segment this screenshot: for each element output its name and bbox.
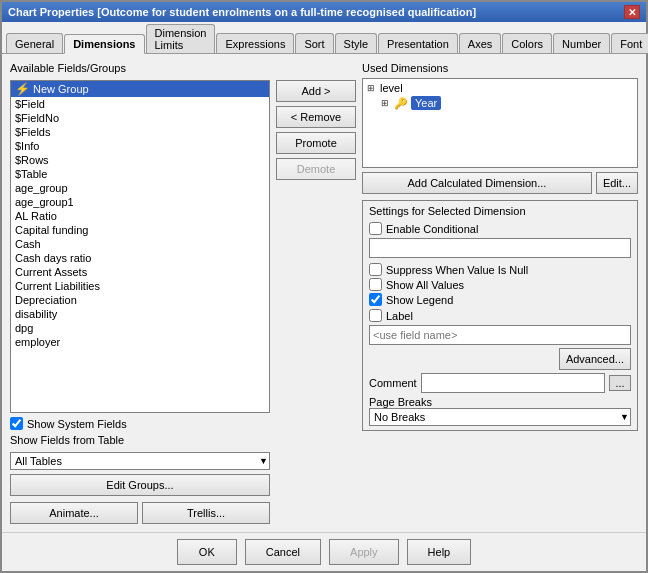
key-icon: 🔑: [394, 97, 408, 110]
show-all-values-label: Show All Values: [386, 279, 464, 291]
list-item[interactable]: Depreciation: [11, 293, 269, 307]
add-calculated-dimension-button[interactable]: Add Calculated Dimension...: [362, 172, 592, 194]
list-item[interactable]: Cash: [11, 237, 269, 251]
tab-presentation[interactable]: Presentation: [378, 33, 458, 53]
list-item[interactable]: age_group: [11, 181, 269, 195]
settings-title: Settings for Selected Dimension: [369, 205, 631, 217]
label-checkbox[interactable]: [369, 309, 382, 322]
available-fields-list[interactable]: ⚡ New Group $Field $FieldNo $Fields $Inf…: [10, 80, 270, 413]
tab-dimension-limits[interactable]: Dimension Limits: [146, 24, 216, 53]
label-row: Label: [369, 309, 631, 322]
close-button[interactable]: ✕: [624, 5, 640, 19]
footer-bar: OK Cancel Apply Help: [2, 532, 646, 571]
main-window: Chart Properties [Outcome for student en…: [0, 0, 648, 573]
show-all-values-checkbox[interactable]: [369, 278, 382, 291]
edit-groups-row: Edit Groups...: [10, 474, 270, 496]
comment-label: Comment: [369, 377, 417, 389]
title-bar: Chart Properties [Outcome for student en…: [2, 2, 646, 22]
promote-button[interactable]: Promote: [276, 132, 356, 154]
comment-input[interactable]: [421, 373, 605, 393]
page-breaks-section: Page Breaks No Breaks Before Dimension A…: [369, 396, 631, 426]
checkbox-group: Suppress When Value Is Null Show All Val…: [369, 263, 631, 306]
list-item[interactable]: $Fields: [11, 125, 269, 139]
dim-item-year[interactable]: ⊞ 🔑 Year: [365, 95, 635, 111]
show-system-fields-row: Show System Fields: [10, 417, 270, 430]
tab-style[interactable]: Style: [335, 33, 377, 53]
comment-button[interactable]: ...: [609, 375, 631, 391]
tab-colors[interactable]: Colors: [502, 33, 552, 53]
tab-number[interactable]: Number: [553, 33, 610, 53]
tab-expressions[interactable]: Expressions: [216, 33, 294, 53]
conditional-input[interactable]: [369, 238, 631, 258]
right-top: Used Dimensions: [362, 62, 638, 74]
dimensions-tree: ⊞ level ⊞ 🔑 Year: [362, 78, 638, 168]
page-breaks-dropdown-container: No Breaks Before Dimension After Dimensi…: [369, 408, 631, 426]
show-system-fields-label: Show System Fields: [27, 418, 127, 430]
show-fields-dropdown-container: All Tables ▼: [10, 452, 270, 470]
show-legend-row: Show Legend: [369, 293, 631, 306]
list-item[interactable]: employer: [11, 335, 269, 349]
settings-group: Settings for Selected Dimension Enable C…: [362, 200, 638, 431]
list-item-new-group[interactable]: ⚡ New Group: [11, 81, 269, 97]
tab-sort[interactable]: Sort: [295, 33, 333, 53]
enable-conditional-label: Enable Conditional: [386, 223, 478, 235]
enable-conditional-row: Enable Conditional: [369, 222, 631, 235]
comment-row: Comment ...: [369, 373, 631, 393]
show-fields-from-section: Show Fields from Table All Tables ▼: [10, 434, 270, 470]
list-item[interactable]: disability: [11, 307, 269, 321]
list-item[interactable]: Cash days ratio: [11, 251, 269, 265]
list-item[interactable]: Current Assets: [11, 265, 269, 279]
list-item[interactable]: AL Ratio: [11, 209, 269, 223]
window-title: Chart Properties [Outcome for student en…: [8, 6, 476, 18]
list-item[interactable]: age_group1: [11, 195, 269, 209]
tab-general[interactable]: General: [6, 33, 63, 53]
suppress-null-checkbox[interactable]: [369, 263, 382, 276]
demote-button[interactable]: Demote: [276, 158, 356, 180]
show-fields-dropdown[interactable]: All Tables: [10, 452, 270, 470]
animate-button[interactable]: Animate...: [10, 502, 138, 524]
list-item[interactable]: Current Liabilities: [11, 279, 269, 293]
dim-item-level[interactable]: ⊞ level: [365, 81, 635, 95]
enable-conditional-checkbox[interactable]: [369, 222, 382, 235]
apply-button[interactable]: Apply: [329, 539, 399, 565]
tab-dimensions[interactable]: Dimensions: [64, 34, 144, 54]
show-legend-checkbox[interactable]: [369, 293, 382, 306]
suppress-null-row: Suppress When Value Is Null: [369, 263, 631, 276]
suppress-null-label: Suppress When Value Is Null: [386, 264, 528, 276]
middle-panel: Add > < Remove Promote Demote: [276, 62, 356, 524]
page-breaks-label: Page Breaks: [369, 396, 631, 408]
tab-axes[interactable]: Axes: [459, 33, 501, 53]
list-item[interactable]: $FieldNo: [11, 111, 269, 125]
show-system-fields-checkbox[interactable]: [10, 417, 23, 430]
dim-buttons-row: Add Calculated Dimension... Edit...: [362, 172, 638, 194]
bottom-left-buttons: Animate... Trellis...: [10, 502, 270, 524]
label-field-label: Label: [386, 310, 413, 322]
cancel-button[interactable]: Cancel: [245, 539, 321, 565]
available-fields-label: Available Fields/Groups: [10, 62, 270, 74]
edit-dimension-button[interactable]: Edit...: [596, 172, 638, 194]
list-item[interactable]: $Rows: [11, 153, 269, 167]
remove-button[interactable]: < Remove: [276, 106, 356, 128]
ok-button[interactable]: OK: [177, 539, 237, 565]
list-item[interactable]: $Table: [11, 167, 269, 181]
add-button[interactable]: Add >: [276, 80, 356, 102]
right-panel: Used Dimensions ⊞ level ⊞ 🔑 Year Add Cal…: [362, 62, 638, 524]
left-panel: Available Fields/Groups ⚡ New Group $Fie…: [10, 62, 270, 524]
advanced-row: Advanced...: [369, 348, 631, 370]
expand-icon: ⊞: [381, 98, 391, 108]
page-breaks-dropdown[interactable]: No Breaks Before Dimension After Dimensi…: [369, 408, 631, 426]
list-item[interactable]: $Field: [11, 97, 269, 111]
list-item[interactable]: Capital funding: [11, 223, 269, 237]
show-fields-from-label: Show Fields from Table: [10, 434, 270, 446]
help-button[interactable]: Help: [407, 539, 472, 565]
tab-font[interactable]: Font: [611, 33, 648, 53]
label-input[interactable]: [369, 325, 631, 345]
year-label: Year: [411, 96, 441, 110]
list-item[interactable]: dpg: [11, 321, 269, 335]
advanced-button[interactable]: Advanced...: [559, 348, 631, 370]
edit-groups-button[interactable]: Edit Groups...: [10, 474, 270, 496]
list-item[interactable]: $Info: [11, 139, 269, 153]
expand-icon: ⊞: [367, 83, 377, 93]
trellis-button[interactable]: Trellis...: [142, 502, 270, 524]
lightning-icon: ⚡: [15, 82, 30, 96]
